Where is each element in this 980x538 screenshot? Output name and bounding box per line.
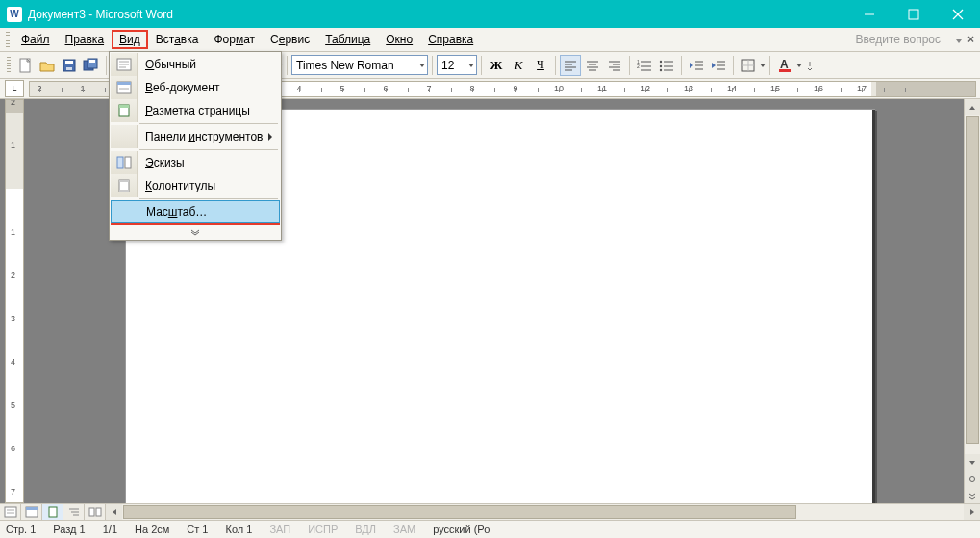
decrease-indent-button[interactable] — [686, 55, 707, 76]
view-print-button[interactable] — [42, 504, 63, 520]
svg-rect-84 — [49, 507, 57, 517]
thumbnails-icon — [116, 156, 132, 169]
menu-item-header-footer[interactable]: Колонтитулы — [111, 174, 280, 197]
borders-button[interactable] — [738, 55, 759, 76]
save-all-button[interactable] — [81, 55, 102, 76]
hscroll-left-button[interactable] — [106, 504, 122, 520]
header-footer-icon — [116, 179, 132, 192]
numbered-list-button[interactable]: 12 — [634, 55, 655, 76]
minimize-button[interactable] — [847, 0, 892, 28]
view-normal-button[interactable] — [0, 504, 21, 520]
menu-file[interactable]: Файл — [13, 30, 58, 49]
svg-rect-6 — [65, 61, 73, 64]
menu-window[interactable]: Окно — [378, 30, 420, 49]
web-layout-icon — [116, 81, 132, 94]
open-button[interactable] — [37, 55, 58, 76]
status-col: Кол 1 — [225, 524, 252, 535]
status-ovr: ЗАМ — [393, 524, 415, 535]
borders-dropdown[interactable] — [760, 64, 766, 67]
next-page-button[interactable] — [965, 487, 980, 503]
menu-expand-button[interactable] — [111, 225, 280, 239]
print-layout-icon — [116, 104, 132, 117]
svg-point-63 — [809, 64, 811, 66]
menu-grip[interactable] — [6, 32, 10, 47]
menu-view[interactable]: Вид — [112, 30, 148, 49]
menu-edit[interactable]: Правка — [58, 30, 113, 49]
svg-rect-10 — [89, 60, 95, 63]
hscroll-thumb[interactable] — [123, 505, 796, 519]
status-page: Стр. 1 — [6, 524, 36, 535]
view-buttons-strip — [0, 503, 980, 521]
status-bar: Стр. 1 Разд 1 1/1 На 2см Ст 1 Кол 1 ЗАП … — [0, 521, 980, 538]
align-left-button[interactable] — [560, 55, 581, 76]
submenu-arrow-icon — [268, 133, 272, 141]
view-web-button[interactable] — [21, 504, 42, 520]
font-color-dropdown[interactable] — [796, 64, 802, 67]
save-button[interactable] — [59, 55, 80, 76]
svg-rect-89 — [96, 508, 101, 516]
menu-item-zoom[interactable]: Масштаб… — [111, 200, 280, 223]
menu-insert[interactable]: Вставка — [148, 30, 207, 49]
italic-button[interactable]: К — [508, 55, 529, 76]
svg-rect-88 — [89, 508, 94, 516]
vertical-ruler[interactable]: 2112345678 — [5, 99, 24, 503]
ask-question-box[interactable]: Введите вопрос — [855, 33, 952, 46]
status-line: Ст 1 — [187, 524, 208, 535]
status-section: Разд 1 — [53, 524, 85, 535]
close-doc-button[interactable]: × — [967, 33, 974, 46]
tab-selector[interactable]: L — [5, 80, 24, 97]
increase-indent-button[interactable] — [708, 55, 729, 76]
status-lang: русский (Ро — [433, 524, 490, 535]
horizontal-scrollbar[interactable] — [106, 504, 980, 520]
status-pages: 1/1 — [103, 524, 117, 535]
bullet-list-button[interactable] — [656, 55, 677, 76]
menu-help[interactable]: Справка — [420, 30, 481, 49]
menu-item-print-layout[interactable]: Разметка страницы — [111, 99, 280, 122]
menu-item-toolbars[interactable]: Панели инструментов — [111, 125, 280, 148]
svg-point-64 — [970, 476, 975, 481]
view-reading-button[interactable] — [85, 504, 106, 520]
menu-format[interactable]: Формат — [206, 30, 263, 49]
svg-rect-7 — [66, 67, 72, 70]
vertical-scrollbar[interactable] — [964, 99, 980, 503]
underline-button[interactable]: Ч — [530, 55, 551, 76]
vscroll-thumb[interactable] — [966, 116, 979, 444]
new-doc-button[interactable] — [14, 55, 36, 76]
toolbar-overflow-3[interactable] — [805, 55, 815, 76]
title-bar: W Документ3 - Microsoft Word — [0, 0, 980, 28]
normal-view-icon — [116, 58, 132, 71]
close-button[interactable] — [936, 0, 980, 28]
menu-item-label: Разметка страницы — [145, 104, 250, 117]
status-trk: ИСПР — [308, 524, 338, 535]
font-color-button[interactable]: A — [774, 55, 795, 76]
menu-item-label: Обычный — [145, 58, 196, 71]
menu-bar: Файл Правка Вид Вставка Формат Сервис Та… — [0, 28, 980, 52]
menu-item-label: Эскизы — [145, 156, 185, 169]
menu-item-normal[interactable]: Обычный — [111, 53, 280, 76]
svg-rect-1 — [909, 10, 918, 19]
svg-rect-61 — [779, 69, 791, 72]
menu-item-web[interactable]: Веб-документ — [111, 76, 280, 99]
hscroll-right-button[interactable] — [964, 504, 980, 520]
scroll-down-button[interactable] — [965, 454, 980, 471]
view-outline-button[interactable] — [63, 504, 85, 520]
font-name-combo[interactable]: Times New Roman — [291, 55, 428, 75]
menu-item-label: Веб-документ — [145, 81, 219, 94]
maximize-button[interactable] — [892, 0, 936, 28]
bold-button[interactable]: Ж — [486, 55, 507, 76]
align-center-button[interactable] — [582, 55, 603, 76]
svg-text:A: A — [780, 58, 789, 71]
help-dropdown-icon[interactable] — [956, 33, 962, 46]
svg-rect-74 — [117, 157, 123, 168]
view-menu-dropdown: Обычный Веб-документ Разметка страницы П… — [109, 51, 282, 241]
toolbar-grip-1[interactable] — [7, 57, 11, 74]
svg-rect-70 — [117, 82, 131, 85]
scroll-up-button[interactable] — [965, 99, 980, 115]
svg-point-45 — [660, 60, 662, 62]
prev-page-button[interactable] — [965, 471, 980, 487]
menu-tools[interactable]: Сервис — [263, 30, 317, 49]
menu-table[interactable]: Таблица — [317, 30, 378, 49]
font-size-combo[interactable]: 12 — [437, 55, 477, 75]
menu-item-thumbnails[interactable]: Эскизы — [111, 151, 280, 174]
align-right-button[interactable] — [604, 55, 625, 76]
